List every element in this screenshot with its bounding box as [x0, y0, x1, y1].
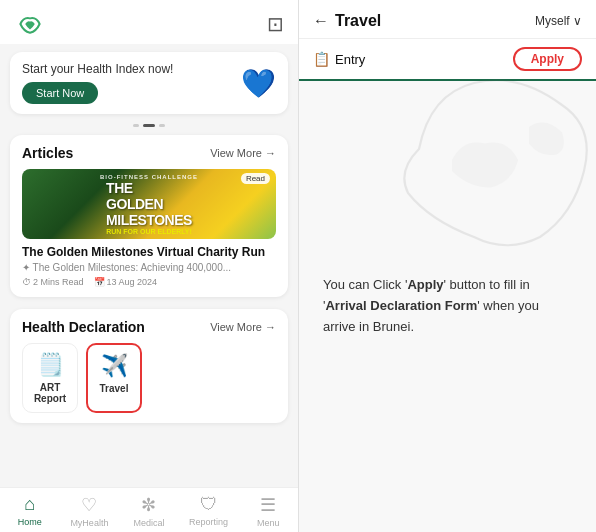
travel-icon: ✈️: [101, 353, 128, 379]
bottom-nav: ⌂ Home ♡ MyHealth ✼ Medical 🛡 Reporting …: [0, 487, 298, 532]
scan-icon[interactable]: ⊡: [267, 12, 284, 36]
art-label: ARTReport: [34, 382, 66, 404]
right-header: ← Travel Myself ∨: [299, 0, 596, 39]
article-subtitle: ✦ The Golden Milestones: Achieving 400,0…: [22, 262, 276, 273]
nav-item-reporting[interactable]: 🛡 Reporting: [187, 494, 231, 528]
article-challenge-label: BIO-FITNESS CHALLENGE: [100, 174, 198, 180]
entry-tab[interactable]: 📋 Entry: [313, 51, 365, 67]
articles-view-more[interactable]: View More →: [210, 147, 276, 159]
articles-section: Articles View More → BIO-FITNESS CHALLEN…: [10, 135, 288, 297]
nav-item-medical[interactable]: ✼ Medical: [127, 494, 171, 528]
health-banner: Start your Health Index now! Start Now 💙: [10, 52, 288, 114]
app-logo: [14, 10, 46, 38]
health-icon: 💙: [241, 67, 276, 100]
medical-label: Medical: [133, 518, 164, 528]
dot-1: [133, 124, 139, 127]
article-image: BIO-FITNESS CHALLENGE THEGOLDENMILESTONE…: [22, 169, 276, 239]
reporting-label: Reporting: [189, 517, 228, 527]
info-text: You can Click 'Apply' button to fill in …: [323, 275, 572, 337]
health-decl-header: Health Declaration View More →: [22, 319, 276, 335]
health-decl-view-more[interactable]: View More →: [210, 321, 276, 333]
logo-icon: [14, 10, 46, 38]
articles-header: Articles View More →: [22, 145, 276, 161]
travel-label: Travel: [100, 383, 129, 394]
menu-label: Menu: [257, 518, 280, 528]
left-panel: ⊡ Start your Health Index now! Start Now…: [0, 0, 298, 532]
article-run-text: RUN FOR OUR ELDERLY!: [106, 228, 192, 235]
app-header: ⊡: [0, 0, 298, 44]
back-title: ← Travel: [313, 12, 381, 30]
calendar-icon: 📅: [94, 277, 105, 287]
myhealth-icon: ♡: [81, 494, 97, 516]
reporting-icon: 🛡: [200, 494, 218, 515]
right-panel-title: Travel: [335, 12, 381, 30]
home-icon: ⌂: [24, 494, 35, 515]
dot-3: [159, 124, 165, 127]
right-panel: ← Travel Myself ∨ 📋 Entry Apply You can …: [298, 0, 596, 532]
article-meta: ⏱ 2 Mins Read 📅 13 Aug 2024: [22, 277, 276, 287]
back-arrow[interactable]: ←: [313, 12, 329, 30]
myhealth-label: MyHealth: [70, 518, 108, 528]
entry-label: Entry: [335, 52, 365, 67]
articles-title: Articles: [22, 145, 73, 161]
entry-row: 📋 Entry Apply: [299, 39, 596, 81]
article-title: The Golden Milestones Virtual Charity Ru…: [22, 245, 276, 259]
clock-icon: ⏱: [22, 277, 31, 287]
banner-text: Start your Health Index now!: [22, 62, 173, 76]
health-decl-items: 🗒️ ARTReport ✈️ Travel: [22, 343, 276, 413]
article-read-time: ⏱ 2 Mins Read: [22, 277, 84, 287]
read-badge: Read: [241, 173, 270, 184]
myself-dropdown[interactable]: Myself ∨: [535, 14, 582, 28]
medical-icon: ✼: [141, 494, 156, 516]
right-content: You can Click 'Apply' button to fill in …: [299, 81, 596, 532]
dot-2: [143, 124, 155, 127]
apply-button[interactable]: Apply: [513, 47, 582, 71]
art-icon: 🗒️: [37, 352, 64, 378]
myself-label: Myself ∨: [535, 14, 582, 28]
home-label: Home: [18, 517, 42, 527]
menu-icon: ☰: [260, 494, 276, 516]
decl-item-travel[interactable]: ✈️ Travel: [86, 343, 142, 413]
banner-content: Start your Health Index now! Start Now: [22, 62, 173, 104]
scroll-dots: [0, 124, 298, 127]
decl-item-art[interactable]: 🗒️ ARTReport: [22, 343, 78, 413]
nav-item-home[interactable]: ⌂ Home: [8, 494, 52, 528]
article-date: 📅 13 Aug 2024: [94, 277, 158, 287]
article-image-overlay: BIO-FITNESS CHALLENGE THEGOLDENMILESTONE…: [22, 169, 276, 239]
entry-icon: 📋: [313, 51, 330, 67]
start-now-button[interactable]: Start Now: [22, 82, 98, 104]
nav-item-menu[interactable]: ☰ Menu: [246, 494, 290, 528]
health-declaration-section: Health Declaration View More → 🗒️ ARTRep…: [10, 309, 288, 423]
health-decl-title: Health Declaration: [22, 319, 145, 335]
article-milestones-text: THEGOLDENMILESTONES: [106, 180, 192, 228]
nav-item-myhealth[interactable]: ♡ MyHealth: [67, 494, 111, 528]
